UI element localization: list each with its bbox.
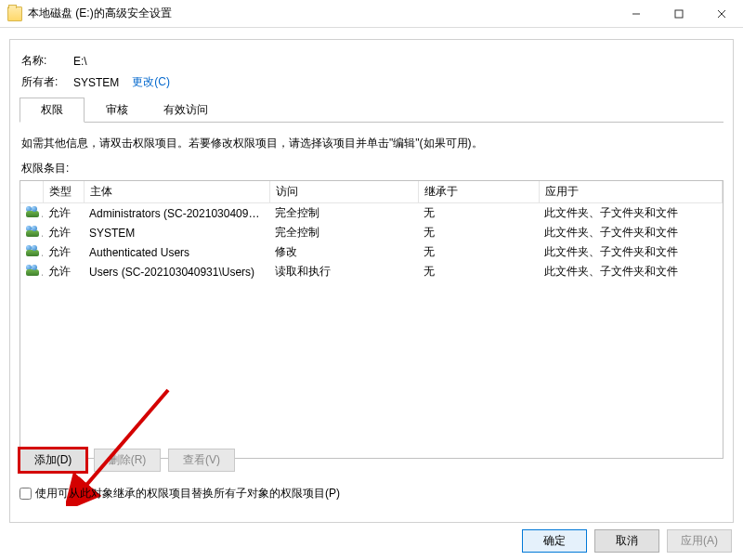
apply-button: 应用(A) <box>667 529 732 553</box>
col-applies[interactable]: 应用于 <box>539 181 723 203</box>
cell-principal: Authenticated Users <box>84 242 269 262</box>
col-access[interactable]: 访问 <box>269 181 418 203</box>
cell-applies: 此文件夹、子文件夹和文件 <box>539 242 723 262</box>
table-row[interactable]: 允许Administrators (SC-20210304093...完全控制无… <box>20 203 723 224</box>
owner-value: SYSTEM <box>73 76 119 89</box>
change-owner-link[interactable]: 更改(C) <box>132 74 170 90</box>
cell-inherited: 无 <box>418 262 539 281</box>
close-button[interactable] <box>700 0 743 27</box>
cell-type: 允许 <box>43 262 84 281</box>
cell-applies: 此文件夹、子文件夹和文件 <box>539 262 723 281</box>
users-icon <box>26 226 41 237</box>
cell-inherited: 无 <box>418 223 539 242</box>
cell-access: 完全控制 <box>269 223 418 242</box>
cell-type: 允许 <box>43 242 84 262</box>
name-label: 名称: <box>21 53 70 69</box>
minimize-button[interactable] <box>615 0 658 27</box>
cell-principal: Users (SC-202103040931\Users) <box>84 262 269 281</box>
table-row[interactable]: 允许Authenticated Users修改无此文件夹、子文件夹和文件 <box>20 242 723 262</box>
cell-inherited: 无 <box>418 203 539 224</box>
folder-icon <box>7 7 22 21</box>
replace-child-permissions-checkbox[interactable] <box>20 488 32 500</box>
tab-effective-access[interactable]: 有效访问 <box>150 98 222 123</box>
window-title: 本地磁盘 (E:)的高级安全设置 <box>28 6 172 21</box>
view-button: 查看(V) <box>168 449 235 472</box>
table-row[interactable]: 允许SYSTEM完全控制无此文件夹、子文件夹和文件 <box>20 223 723 242</box>
cell-principal: Administrators (SC-20210304093... <box>84 203 269 224</box>
titlebar: 本地磁盘 (E:)的高级安全设置 <box>0 0 743 28</box>
col-principal[interactable]: 主体 <box>84 181 269 203</box>
col-icon[interactable] <box>20 181 43 203</box>
cell-access: 完全控制 <box>269 203 418 224</box>
table-row[interactable]: 允许Users (SC-202103040931\Users)读取和执行无此文件… <box>20 262 723 281</box>
description-text: 如需其他信息，请双击权限项目。若要修改权限项目，请选择该项目并单击"编辑"(如果… <box>21 136 722 151</box>
add-button[interactable]: 添加(D) <box>20 449 86 472</box>
svg-rect-1 <box>675 10 683 18</box>
replace-child-permissions-label: 使用可从此对象继承的权限项目替换所有子对象的权限项目(P) <box>35 486 340 501</box>
users-icon <box>26 265 41 276</box>
users-icon <box>26 206 41 217</box>
permissions-table[interactable]: 类型 主体 访问 继承于 应用于 允许Administrators (SC-20… <box>20 180 723 459</box>
ok-button[interactable]: 确定 <box>522 529 587 553</box>
cell-access: 读取和执行 <box>269 262 418 281</box>
tabs: 权限 审核 有效访问 <box>20 98 723 123</box>
cell-type: 允许 <box>43 203 84 224</box>
owner-label: 所有者: <box>21 74 70 90</box>
col-type[interactable]: 类型 <box>43 181 84 203</box>
col-inherited[interactable]: 继承于 <box>418 181 539 203</box>
cell-principal: SYSTEM <box>84 223 269 242</box>
cell-applies: 此文件夹、子文件夹和文件 <box>539 203 723 224</box>
main-panel: 名称: E:\ 所有者: SYSTEM 更改(C) 权限 审核 有效访问 如需其… <box>9 39 734 523</box>
tab-auditing[interactable]: 审核 <box>85 98 150 123</box>
maximize-button[interactable] <box>658 0 700 27</box>
tab-permissions[interactable]: 权限 <box>20 98 85 123</box>
remove-button: 删除(R) <box>94 449 161 472</box>
name-value: E:\ <box>73 55 87 68</box>
entries-label: 权限条目: <box>21 161 723 176</box>
users-icon <box>26 245 41 256</box>
cell-access: 修改 <box>269 242 418 262</box>
cell-applies: 此文件夹、子文件夹和文件 <box>539 223 723 242</box>
cancel-button[interactable]: 取消 <box>594 529 659 553</box>
cell-inherited: 无 <box>418 242 539 262</box>
cell-type: 允许 <box>43 223 84 242</box>
